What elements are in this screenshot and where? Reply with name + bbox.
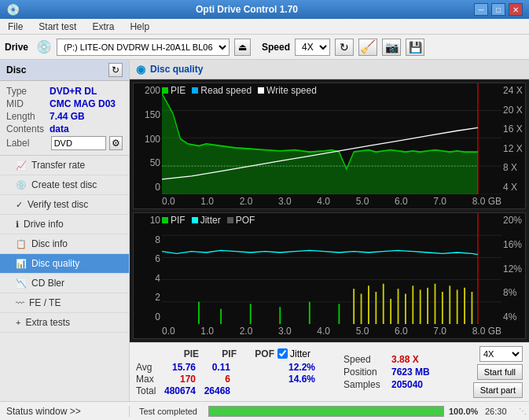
max-label: Max — [136, 374, 161, 385]
drive-icon: 💿 — [36, 39, 52, 54]
max-pie: 170 — [164, 374, 196, 385]
pif-chart-svg — [162, 213, 501, 324]
disc-refresh-button[interactable]: ↻ — [108, 63, 123, 77]
pie-x-axis: 0.0 1.0 2.0 3.0 4.0 5.0 6.0 7.0 8.0 GB — [162, 194, 501, 208]
app-icon: 💿 — [6, 3, 20, 16]
sidebar-item-fe-te[interactable]: 〰 FE / TE — [0, 293, 129, 313]
avg-pie: 15.76 — [164, 362, 196, 373]
toolbar: Drive 💿 (P:) LITE-ON DVDRW LH-20A1L BL06… — [0, 35, 529, 60]
transfer-rate-icon: 📈 — [16, 160, 27, 171]
progress-bar — [208, 406, 444, 417]
drive-label: Drive — [5, 42, 28, 53]
main-layout: Disc ↻ Type DVD+R DL MID CMC MAG D03 Len… — [0, 60, 529, 401]
disc-quality-label: Disc quality — [31, 258, 79, 269]
disc-label: Disc — [6, 64, 26, 76]
jitter-y-axis: 20% 16% 12% 8% 4% — [501, 213, 525, 324]
pie-chart-legend: PIE Read speed Write speed — [162, 85, 317, 96]
eject-button[interactable]: ⏏ — [234, 39, 251, 56]
refresh-button[interactable]: ↻ — [335, 39, 354, 56]
pif-y-axis: 10 8 6 4 2 0 — [134, 213, 162, 324]
pie-col-header: PIE — [164, 348, 199, 359]
start-controls: 4X2X8X Start full Start part — [473, 346, 523, 398]
max-jitter: 14.6% — [268, 374, 315, 385]
length-value: 7.44 GB — [50, 111, 85, 122]
disc-header: Disc ↻ — [0, 60, 129, 81]
menu-help[interactable]: Help — [125, 20, 154, 34]
length-label: Length — [6, 111, 50, 122]
fe-te-label: FE / TE — [29, 297, 61, 308]
drive-info-icon: ℹ — [16, 219, 19, 230]
maximize-button[interactable]: □ — [491, 3, 505, 16]
max-pif: 6 — [199, 374, 230, 385]
sidebar-item-disc-info[interactable]: 📋 Disc info — [0, 234, 129, 254]
readspeed-legend-label: Read speed — [200, 85, 252, 96]
position-key: Position — [343, 367, 387, 378]
speed-select-toolbar[interactable]: 4X 2X 8X — [295, 39, 330, 56]
status-window-label: Status window >> — [6, 406, 81, 417]
pif-legend-label: PIF — [171, 215, 186, 226]
minimize-button[interactable]: ─ — [474, 3, 488, 16]
sidebar-item-create-test-disc[interactable]: 💿 Create test disc — [0, 175, 129, 195]
menu-start-test[interactable]: Start test — [34, 20, 81, 34]
charts-container: 200 150 100 50 0 24 X 20 X 16 X 12 X 8 X… — [130, 79, 529, 342]
menu-file[interactable]: File — [3, 20, 28, 34]
sidebar-item-verify-test-disc[interactable]: ✓ Verify test disc — [0, 195, 129, 215]
save-button[interactable]: 💾 — [406, 39, 424, 56]
speed-val: 3.88 X — [391, 354, 419, 365]
speed-key: Speed — [343, 354, 387, 365]
create-test-disc-icon: 💿 — [16, 180, 27, 190]
jitter-legend-label: Jitter — [200, 215, 221, 226]
type-label: Type — [6, 86, 50, 97]
test-completed-text: Test completed — [133, 407, 204, 416]
camera-button[interactable]: 📷 — [382, 39, 401, 56]
cd-bler-icon: 📉 — [16, 278, 27, 289]
label-gear-button[interactable]: ⚙ — [109, 136, 123, 150]
start-part-button[interactable]: Start part — [473, 382, 523, 398]
pif-chart: 10 8 6 4 2 0 20% 16% 12% 8% 4% — [133, 212, 526, 339]
speed-combo-select[interactable]: 4X2X8X — [479, 346, 523, 362]
contents-row: Contents data — [6, 123, 123, 134]
avg-pif: 0.11 — [199, 362, 230, 373]
start-full-button[interactable]: Start full — [477, 364, 523, 380]
avg-jitter: 12.2% — [268, 362, 315, 373]
disc-quality-header: ◉ Disc quality — [130, 60, 529, 79]
type-value: DVD+R DL — [50, 86, 97, 97]
progress-text: 100.0% — [449, 407, 480, 416]
resize-handle[interactable]: ⋱ — [516, 407, 529, 415]
sidebar-item-transfer-rate[interactable]: 📈 Transfer rate — [0, 156, 129, 175]
readspeed-legend-dot — [192, 87, 198, 94]
progress-bar-fill — [209, 407, 443, 416]
pie-legend-label: PIE — [171, 85, 186, 96]
status-window-button[interactable]: Status window >> — [0, 406, 130, 417]
menubar: File Start test Extra Help — [0, 19, 529, 35]
total-pie: 480674 — [164, 385, 196, 396]
sidebar-item-cd-bler[interactable]: 📉 CD Bler — [0, 274, 129, 293]
pof-legend-dot — [227, 217, 233, 223]
writespeed-legend-label: Write speed — [266, 85, 317, 96]
sidebar-item-disc-quality[interactable]: 📊 Disc quality — [0, 254, 129, 274]
jitter-checkbox[interactable] — [277, 348, 288, 359]
verify-test-disc-label: Verify test disc — [28, 199, 88, 210]
close-button[interactable]: ✕ — [509, 3, 523, 16]
label-input[interactable] — [51, 136, 106, 150]
error-stats: PIE PIF POF Jitter Avg 15.76 0.11 12.2% — [136, 348, 325, 396]
position-row: Position 7623 MB — [343, 367, 430, 378]
jitter-check: Jitter — [277, 348, 325, 359]
mid-row: MID CMC MAG D03 — [6, 98, 123, 109]
transfer-rate-label: Transfer rate — [31, 160, 85, 171]
sidebar-item-drive-info[interactable]: ℹ Drive info — [0, 215, 129, 234]
pif-col-header: PIF — [202, 348, 237, 359]
speed-label: Speed — [262, 42, 290, 53]
drive-select[interactable]: (P:) LITE-ON DVDRW LH-20A1L BL06 — [57, 39, 230, 56]
pif-plot-area — [162, 213, 501, 324]
eraser-button[interactable]: 🧹 — [358, 39, 377, 56]
menu-extra[interactable]: Extra — [87, 20, 119, 34]
total-pif: 26468 — [199, 385, 230, 396]
pif-x-axis: 0.0 1.0 2.0 3.0 4.0 5.0 6.0 7.0 8.0 GB — [162, 324, 501, 338]
window-controls: ─ □ ✕ — [474, 3, 523, 16]
sidebar-item-extra-tests[interactable]: + Extra tests — [0, 313, 129, 333]
total-row: Total 480674 26468 — [136, 385, 325, 396]
samples-key: Samples — [343, 379, 387, 390]
speed-y-axis: 24 X 20 X 16 X 12 X 8 X 4 X — [501, 83, 525, 194]
pof-col-header: POF — [240, 348, 274, 359]
